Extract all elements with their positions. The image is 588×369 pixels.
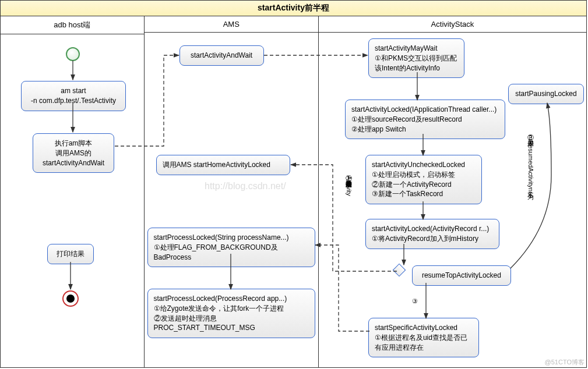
final-node bbox=[62, 290, 79, 307]
arrow-label-no-activity: ①如果没有要启动的Activity bbox=[343, 169, 354, 196]
node-am-start: am start -n com.dfp.test/.TestActivity bbox=[21, 81, 126, 111]
node-resume-top: resumeTopActivityLocked bbox=[412, 265, 511, 286]
node-start-process-locked-2: startProcessLocked(ProcessRecord app...)… bbox=[147, 289, 315, 338]
lane-header-2: AMS bbox=[145, 16, 318, 33]
lane-adb-host: adb host端 am start -n com.dfp.test/.Test… bbox=[1, 16, 145, 367]
decision-diamond bbox=[393, 264, 406, 277]
arrow-label-resumed-not-null: ②如果mResumedActivity不为null bbox=[525, 129, 536, 198]
lane-header-1: adb host端 bbox=[1, 16, 144, 34]
swimlanes: adb host端 am start -n com.dfp.test/.Test… bbox=[1, 16, 586, 367]
lane-ams: AMS startActivityAndWait 调用AMS startHome… bbox=[145, 16, 319, 367]
diagram-container: startActivity前半程 adb host端 am start -n c… bbox=[0, 0, 587, 368]
node-call-home-locked: 调用AMS startHomeActivityLocked bbox=[156, 155, 290, 175]
arrow-label-three: ③ bbox=[411, 297, 419, 305]
attribution: @51CTO博客 bbox=[545, 358, 585, 367]
node-start-pausing: startPausingLocked bbox=[508, 84, 584, 104]
lane-header-3: ActivityStack bbox=[319, 16, 586, 33]
node-start-process-locked-1: startProcessLocked(String processName...… bbox=[147, 228, 315, 267]
node-exec-script: 执行am脚本 调用AMS的 startActivityAndWait bbox=[33, 133, 114, 173]
node-print-result: 打印结果 bbox=[47, 244, 94, 264]
node-start-activity-and-wait: startActivityAndWait bbox=[179, 45, 264, 66]
diagram-title: startActivity前半程 bbox=[1, 1, 586, 16]
initial-node bbox=[66, 47, 80, 61]
node-start-activity-locked-1: startActivityLocked(IApplicationThread c… bbox=[345, 100, 505, 139]
node-start-specific: startSpecificActivityLocked ①根据进程名及uid查找… bbox=[368, 318, 479, 357]
lane-body-2: startActivityAndWait 调用AMS startHomeActi… bbox=[145, 33, 318, 366]
lane-body-3: startActivityMayWait ①和PKMS交互以得到匹配 该Inte… bbox=[319, 33, 586, 366]
node-start-activity-locked-2: startActivityLocked(ActivityRecord r...)… bbox=[365, 219, 499, 249]
lane-body-1: am start -n com.dfp.test/.TestActivity 执… bbox=[1, 34, 144, 368]
node-may-wait: startActivityMayWait ①和PKMS交互以得到匹配 该Inte… bbox=[368, 38, 464, 78]
lane-activitystack: ActivityStack startActivityMayWait ①和PKM… bbox=[319, 16, 586, 367]
node-unchecked-locked: startActivityUncheckedLocked ①处理启动模式，启动标… bbox=[365, 155, 482, 204]
